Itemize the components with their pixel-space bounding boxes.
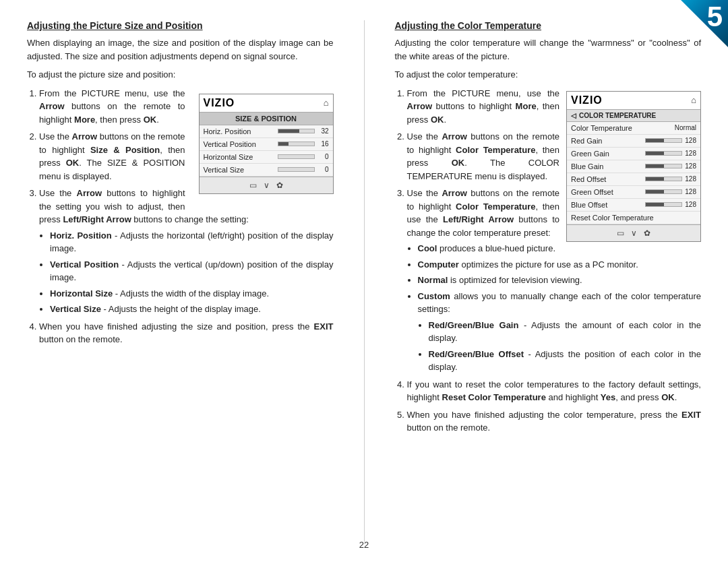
ct-label-red-gain: Red Gain — [571, 137, 634, 145]
left-step-3-bullets: Horiz. Position - Adjusts the horizontal… — [39, 229, 334, 316]
bullet-custom: Custom allows you to manually change eac… — [418, 290, 702, 374]
ct-bar-red-gain: 128 — [634, 137, 696, 144]
footer-icon-down: ∨ — [264, 181, 270, 190]
color-temp-menu-footer: ▭ ∨ ✿ — [567, 224, 700, 241]
size-pos-row-0: Horiz. Position 32 — [200, 125, 333, 138]
bullet-cool: Cool produces a blue-hued picture. — [418, 242, 702, 255]
left-section-title: Adjusting the Picture Size and Position — [27, 20, 334, 31]
sub-bullet-rgb-gain: Red/Green/Blue Gain - Adjusts the amount… — [429, 319, 702, 345]
bullet-vert-pos: Vertical Position - Adjusts the vertical… — [50, 258, 334, 284]
ct-row-green-offset: Green Offset 128 — [567, 186, 700, 199]
left-intro1: When displaying an image, the size and p… — [27, 36, 334, 63]
size-pos-menu-footer: ▭ ∨ ✿ — [200, 177, 333, 193]
size-pos-bar-track-2 — [278, 154, 315, 159]
page-content: Adjusting the Picture Size and Position … — [0, 0, 728, 562]
vizio-logo-left: VIZIO — [204, 97, 235, 109]
color-temp-menu: VIZIO ⌂ ◁ COLOR TEMPERATURE Color Temper… — [566, 91, 701, 242]
ct-val-color-temp: Normal — [675, 124, 696, 131]
left-step-3: Use the Arrow buttons to highlight the s… — [39, 187, 334, 316]
ct-bar-track-green-offset — [645, 189, 682, 194]
footer-icon-settings: ✿ — [276, 181, 283, 190]
ct-bar-track-red-offset — [645, 177, 682, 181]
ct-bar-green-offset: 128 — [634, 188, 696, 195]
size-position-menu: VIZIO ⌂ SIZE & POSITION Horiz. Position … — [199, 94, 334, 194]
left-intro2: To adjust the picture size and position: — [27, 68, 334, 82]
right-intro2: To adjust the color temperature: — [395, 68, 702, 82]
right-step-3-sub-bullets: Red/Green/Blue Gain - Adjusts the amount… — [418, 319, 702, 374]
ct-label-red-offset: Red Offset — [571, 175, 634, 183]
home-icon-left: ⌂ — [324, 98, 329, 108]
ct-label-green-gain: Green Gain — [571, 150, 634, 158]
back-arrow-icon: ◁ — [571, 112, 576, 119]
color-temp-menu-header: VIZIO ⌂ — [567, 92, 700, 110]
ct-val-blue-gain: 128 — [684, 162, 696, 170]
ct-bar-blue-gain: 128 — [634, 162, 696, 170]
size-pos-val-3: 0 — [317, 166, 329, 173]
right-column: Adjusting the Color Temperature Adjustin… — [388, 20, 702, 542]
size-pos-bar-2: 0 — [266, 153, 329, 160]
size-pos-bar-1: 16 — [266, 140, 329, 148]
size-pos-label-3: Vertical Size — [204, 166, 266, 174]
right-step-5: When you have finished adjusting the col… — [407, 408, 702, 435]
ct-row-color-temp: Color Temperature Normal — [567, 122, 700, 135]
bullet-computer: Computer optimizes the picture for use a… — [418, 258, 702, 272]
ct-bar-track-red-gain — [645, 138, 682, 143]
bullet-vert-size: Vertical Size - Adjusts the height of th… — [50, 303, 334, 316]
ct-row-green-gain: Green Gain 128 — [567, 148, 700, 160]
ct-label-color-temp: Color Temperature — [571, 124, 675, 132]
ct-bar-track-blue-offset — [645, 202, 682, 207]
ct-label-blue-offset: Blue Offset — [571, 201, 634, 209]
size-position-menu-header: VIZIO ⌂ — [200, 94, 333, 113]
sub-bullet-rgb-offset: Red/Green/Blue Offset - Adjusts the posi… — [429, 348, 702, 374]
badge-number: 5 — [707, 3, 723, 31]
color-temp-menu-title: COLOR TEMPERATURE — [579, 112, 656, 119]
ct-val-red-offset: 128 — [684, 175, 696, 183]
size-pos-val-1: 16 — [317, 140, 329, 148]
ct-bar-track-blue-gain — [645, 164, 682, 168]
bullet-horiz-size: Horizontal Size - Adjusts the width of t… — [50, 287, 334, 301]
size-pos-bar-3: 0 — [266, 166, 329, 173]
color-temp-back: ◁ COLOR TEMPERATURE — [567, 110, 700, 122]
ct-label-reset: Reset Color Temperature — [571, 214, 696, 222]
right-intro1: Adjusting the color temperature will cha… — [395, 36, 702, 63]
size-pos-val-0: 32 — [317, 127, 329, 135]
page-number: 22 — [359, 540, 369, 550]
ct-row-reset: Reset Color Temperature — [567, 212, 700, 224]
ct-row-blue-gain: Blue Gain 128 — [567, 160, 700, 173]
size-pos-row-1: Vertical Position 16 — [200, 138, 333, 151]
left-step-4: When you have finished adjusting the siz… — [39, 320, 334, 346]
size-pos-label-2: Horizontal Size — [204, 153, 266, 161]
size-pos-bar-track-1 — [278, 142, 315, 146]
bullet-horiz-pos: Horiz. Position - Adjusts the horizontal… — [50, 229, 334, 255]
vizio-logo-right: VIZIO — [571, 94, 603, 106]
ct-row-red-offset: Red Offset 128 — [567, 173, 700, 186]
size-pos-row-2: Horizontal Size 0 — [200, 151, 333, 164]
ct-footer-icon-tv: ▭ — [617, 228, 624, 238]
ct-label-blue-gain: Blue Gain — [571, 162, 634, 170]
right-section-title: Adjusting the Color Temperature — [395, 20, 702, 31]
size-pos-row-3: Vertical Size 0 — [200, 164, 333, 177]
ct-bar-red-offset: 128 — [634, 175, 696, 183]
size-pos-label-1: Vertical Position — [204, 140, 266, 148]
right-step-3-bullets: Cool produces a blue-hued picture. Compu… — [407, 242, 702, 374]
size-pos-bar-track-3 — [278, 167, 315, 172]
ct-val-red-gain: 128 — [684, 137, 696, 144]
bullet-normal: Normal is optimized for television viewi… — [418, 274, 702, 287]
size-pos-bar-0: 32 — [266, 127, 329, 135]
left-column: Adjusting the Picture Size and Position … — [27, 20, 340, 542]
home-icon-right: ⌂ — [691, 95, 696, 105]
size-pos-val-2: 0 — [317, 153, 329, 160]
ct-row-blue-offset: Blue Offset 128 — [567, 199, 700, 212]
ct-footer-icon-settings: ✿ — [644, 228, 650, 238]
ct-val-green-offset: 128 — [684, 188, 696, 195]
ct-footer-icon-down: ∨ — [631, 228, 637, 238]
footer-icon-tv: ▭ — [249, 181, 257, 190]
right-step-4: If you want to reset the color temperatu… — [407, 378, 702, 404]
size-pos-label-0: Horiz. Position — [204, 127, 266, 135]
ct-val-blue-offset: 128 — [684, 201, 696, 208]
ct-row-red-gain: Red Gain 128 — [567, 135, 700, 148]
size-position-menu-title: SIZE & POSITION — [200, 113, 333, 125]
ct-val-green-gain: 128 — [684, 150, 696, 157]
column-divider — [364, 20, 365, 542]
ct-bar-green-gain: 128 — [634, 150, 696, 157]
